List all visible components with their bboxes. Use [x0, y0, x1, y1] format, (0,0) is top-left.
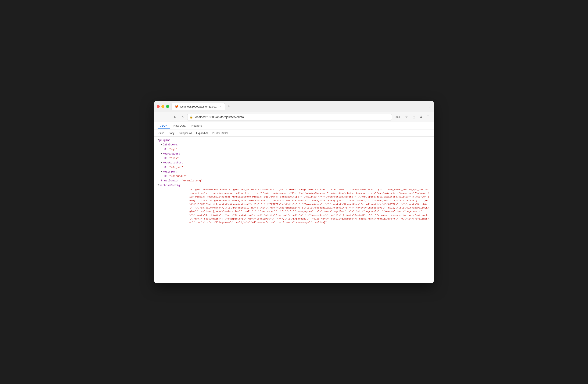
keymanager-toggle[interactable]: ▼: [161, 152, 162, 155]
verboseconfig-value: "Plugin Info\nNodeAttestor Plugin: k8s_s…: [189, 188, 430, 224]
keymanager-value: "disk": [169, 156, 179, 161]
json-toolbar: Save Copy Collapse All Expand All ⧩ Filt…: [154, 130, 434, 137]
close-button[interactable]: [157, 105, 160, 108]
tab-favicon: 🦊: [175, 105, 178, 108]
notifier-index-row: 0: "k8sbundle": [158, 174, 430, 179]
nodeattestor-index-row: 0: "k8s_sat": [158, 165, 430, 170]
nodeattestor-index: 0:: [164, 165, 168, 170]
zoom-level: 80%: [394, 115, 402, 119]
keymanager-index-row: 0: "disk": [158, 156, 430, 161]
traffic-lights: [157, 105, 169, 108]
address-bar[interactable]: 🔒 localhost:10000/api/tornjak/serverinfo: [187, 114, 392, 121]
nav-icons-right: ☆ ◻ ⬇ ☰: [403, 114, 431, 120]
verboseconfig-row: ▼ verboseConfig:: [158, 183, 430, 188]
menu-icon[interactable]: ☰: [425, 114, 431, 120]
save-button[interactable]: Save: [158, 131, 165, 135]
tab-raw-data[interactable]: Raw Data: [171, 123, 188, 129]
datastore-value: "sql": [169, 147, 177, 152]
plugins-toggle[interactable]: ▼: [158, 138, 159, 142]
trustdomain-key: trustDomain:: [161, 179, 180, 183]
plugins-key: plugins:: [159, 138, 172, 143]
forward-button[interactable]: →: [164, 114, 170, 120]
notifier-key: Notifier:: [163, 170, 177, 174]
tab-bar: 🦊 localhost:10000/api/tornjak/serverin ✕…: [171, 103, 428, 110]
home-button[interactable]: ⌂: [180, 114, 186, 120]
tab-title: localhost:10000/api/tornjak/serverin: [180, 105, 218, 108]
tab-json[interactable]: JSON: [158, 123, 170, 129]
notifier-value: "k8sbundle": [169, 174, 187, 179]
nav-bar: ← → ↻ ⌂ 🔒 localhost:10000/api/tornjak/se…: [154, 112, 434, 122]
nodeattestor-value: "k8s_sat": [169, 165, 184, 170]
filter-json-button[interactable]: ⧩ Filter JSON: [211, 132, 228, 135]
tab-close-button[interactable]: ✕: [220, 105, 222, 108]
filter-icon: ⧩: [211, 132, 214, 135]
filter-label: Filter JSON: [214, 132, 228, 135]
new-tab-button[interactable]: +: [226, 103, 232, 109]
trustdomain-value: "example.org": [182, 179, 203, 183]
minimize-button[interactable]: [161, 105, 164, 108]
pocket-icon[interactable]: ◻: [411, 114, 417, 120]
refresh-button[interactable]: ↻: [172, 114, 178, 120]
verboseconfig-toggle[interactable]: ▼: [158, 183, 159, 187]
datastore-key: DataStore:: [163, 143, 179, 147]
nodeattestor-row: ▼ NodeAttestor:: [158, 161, 430, 165]
bookmark-icon[interactable]: ☆: [403, 114, 410, 120]
url-display: localhost:10000/api/tornjak/serverinfo: [195, 115, 390, 119]
title-bar: 🦊 localhost:10000/api/tornjak/serverin ✕…: [154, 101, 434, 112]
keymanager-key: KeyManager:: [163, 152, 180, 156]
verboseconfig-key: verboseConfig:: [159, 183, 182, 188]
expand-all-button[interactable]: Expand All: [195, 131, 209, 135]
chevron-down-icon: ⌄: [428, 104, 431, 108]
trustdomain-row: trustDomain: "example.org": [158, 179, 430, 183]
lock-icon: 🔒: [189, 115, 193, 119]
tab-headers[interactable]: Headers: [189, 123, 204, 129]
datastore-index-row: 0: "sql": [158, 147, 430, 152]
active-tab[interactable]: 🦊 localhost:10000/api/tornjak/serverin ✕: [171, 103, 225, 110]
plugins-root: ▼ plugins:: [158, 138, 430, 143]
verboseconfig-value-row: "Plugin Info\nNodeAttestor Plugin: k8s_s…: [158, 188, 430, 224]
notifier-index: 0:: [164, 174, 168, 179]
datastore-toggle[interactable]: ▼: [161, 143, 162, 146]
download-icon[interactable]: ⬇: [418, 114, 424, 120]
back-button[interactable]: ←: [157, 114, 163, 120]
browser-window: 🦊 localhost:10000/api/tornjak/serverin ✕…: [154, 101, 434, 283]
datastore-index: 0:: [164, 147, 168, 152]
notifier-row: ▼ Notifier:: [158, 170, 430, 174]
copy-button[interactable]: Copy: [168, 131, 175, 135]
datastore-row: ▼ DataStore:: [158, 143, 430, 147]
keymanager-index: 0:: [164, 156, 168, 161]
json-content: ▼ plugins: ▼ DataStore: 0: "sql" ▼ KeyMa…: [154, 137, 434, 283]
collapse-all-button[interactable]: Collapse All: [178, 131, 193, 135]
json-tab-bar: JSON Raw Data Headers: [154, 122, 434, 130]
keymanager-row: ▼ KeyManager:: [158, 152, 430, 156]
nodeattestor-key: NodeAttestor:: [163, 161, 183, 165]
notifier-toggle[interactable]: ▼: [161, 170, 162, 173]
nodeattestor-toggle[interactable]: ▼: [161, 161, 162, 164]
window-controls-right: ⌄: [428, 104, 431, 108]
maximize-button[interactable]: [166, 105, 169, 108]
